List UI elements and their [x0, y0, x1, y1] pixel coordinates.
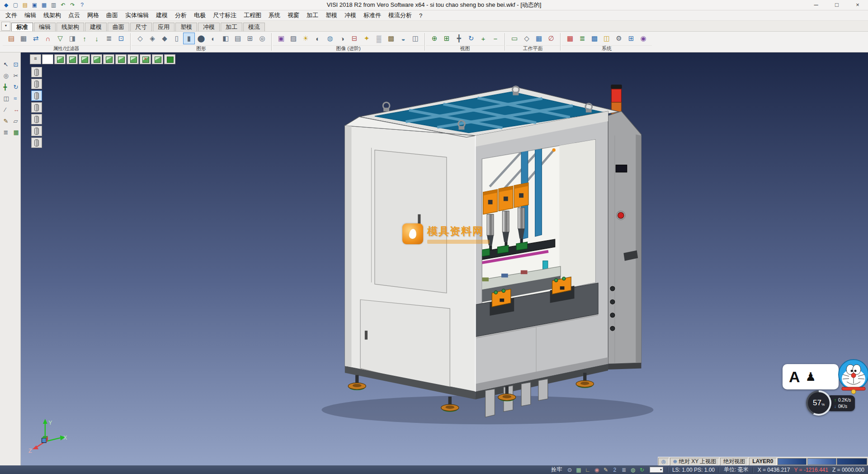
tab-die[interactable]: 冲模: [198, 23, 220, 31]
menu-electrode[interactable]: 电极: [190, 10, 209, 20]
face-select-button[interactable]: [31, 79, 42, 89]
axonometric-view-button[interactable]: [140, 54, 151, 64]
color-swatch-1[interactable]: [778, 458, 807, 465]
selection-filter-icon[interactable]: ⊡: [115, 33, 127, 44]
solid-select-button[interactable]: [31, 90, 42, 101]
shaded-icon[interactable]: ◆: [159, 33, 170, 44]
solid-cylinder-icon[interactable]: ▯: [171, 33, 183, 44]
move-icon[interactable]: ╋: [1, 82, 10, 91]
zoom-search-icon[interactable]: ◎: [1, 71, 10, 80]
view-search-section[interactable]: ◎: [658, 458, 669, 465]
hidden-line-icon[interactable]: ◈: [146, 33, 158, 44]
grid-status-icon[interactable]: ▦: [575, 467, 582, 473]
tab-wireframe[interactable]: 线架构: [57, 23, 84, 31]
menu-analysis[interactable]: 分析: [171, 10, 190, 20]
menu-die[interactable]: 冲模: [341, 10, 360, 20]
tab-dimension[interactable]: 尺寸: [130, 23, 152, 31]
menu-system[interactable]: 系统: [265, 10, 284, 20]
layer-dropdown[interactable]: ▾: [650, 467, 663, 473]
workplane-standard-icon[interactable]: ▭: [509, 33, 520, 44]
mesh-view-icon[interactable]: ▤: [232, 33, 244, 44]
refresh-status-icon[interactable]: ↻: [638, 467, 646, 473]
menu-pointcloud[interactable]: 点云: [65, 10, 84, 20]
edit-status-icon[interactable]: ✎: [602, 467, 609, 473]
select-icon[interactable]: ↖: [1, 60, 10, 69]
menu-mesh[interactable]: 网格: [84, 10, 103, 20]
sparkle-icon[interactable]: ✦: [361, 33, 373, 44]
menu-drafting[interactable]: 工程图: [240, 10, 265, 20]
layer-list-icon[interactable]: ≣: [103, 33, 115, 44]
pan-icon[interactable]: ╋: [453, 33, 465, 44]
workplane-view-icon[interactable]: ▦: [533, 33, 545, 44]
menu-help[interactable]: ?: [415, 11, 426, 20]
menu-machining[interactable]: 加工: [303, 10, 322, 20]
system-screen-icon[interactable]: ◫: [601, 33, 613, 44]
printer-icon[interactable]: ▦: [18, 33, 29, 44]
trim-icon[interactable]: ∕: [1, 105, 10, 114]
transparency-icon[interactable]: ◍: [324, 33, 336, 44]
minimize-button[interactable]: ─: [806, 0, 826, 10]
close-button[interactable]: ×: [847, 0, 868, 10]
section-view-icon[interactable]: ◧: [220, 33, 231, 44]
save-all-icon[interactable]: ▦: [40, 1, 48, 9]
iso-view-button[interactable]: [54, 54, 66, 64]
zoom-fit-icon[interactable]: ⊕: [429, 33, 440, 44]
feature-select-button[interactable]: [31, 126, 42, 136]
sticker-card[interactable]: A ♟: [783, 364, 839, 389]
layers-status-icon[interactable]: ≣: [620, 467, 627, 473]
bottom-view-button[interactable]: [127, 54, 139, 64]
filter-down-icon[interactable]: ↓: [91, 33, 103, 44]
background-icon[interactable]: ▒: [373, 33, 385, 44]
menu-modeling[interactable]: 建模: [152, 10, 171, 20]
tab-modeling[interactable]: 建模: [85, 23, 107, 31]
color-strip[interactable]: [837, 458, 867, 465]
front-view-button[interactable]: [79, 54, 90, 64]
tab-mold[interactable]: 塑模: [175, 23, 197, 31]
half-shade-icon[interactable]: ◐: [208, 33, 219, 44]
material-icon[interactable]: ▩: [385, 33, 397, 44]
lock-status-icon[interactable]: ◉: [593, 467, 600, 473]
view-blank-button[interactable]: [42, 54, 53, 64]
tab-flow[interactable]: 模流: [243, 23, 265, 31]
snapshot-icon[interactable]: ◫: [410, 33, 421, 44]
menu-flow-analysis[interactable]: 模流分析: [385, 10, 415, 20]
tab-standard[interactable]: 标准: [11, 23, 33, 31]
left-view-button[interactable]: [103, 54, 114, 64]
workplane-3pt-icon[interactable]: ◇: [521, 33, 533, 44]
mirror-icon[interactable]: ◫: [1, 94, 10, 103]
menu-surface[interactable]: 曲面: [103, 10, 122, 20]
current-view-section[interactable]: ⊕ 绝对 XY 上视图: [670, 458, 720, 465]
count-status-icon[interactable]: 2: [611, 467, 618, 473]
cut-icon[interactable]: ✂: [11, 71, 20, 80]
menu-window[interactable]: 视窗: [284, 10, 303, 20]
view-menu-button[interactable]: [30, 54, 41, 64]
open-file-icon[interactable]: ▤: [21, 1, 29, 9]
zoom-window-icon[interactable]: ⊞: [441, 33, 453, 44]
zoom-in-icon[interactable]: +: [477, 33, 489, 44]
layers-panel-icon[interactable]: ≣: [1, 128, 10, 137]
maximize-button[interactable]: □: [826, 0, 847, 10]
menu-solid-edit[interactable]: 实体编辑: [122, 10, 152, 20]
workplane-off-icon[interactable]: ∅: [545, 33, 557, 44]
tab-dropdown-button[interactable]: ▼: [1, 22, 10, 31]
print-icon[interactable]: ▥: [49, 1, 58, 9]
menu-wireframe[interactable]: 线架构: [40, 10, 65, 20]
pin-label[interactable]: 拴牢: [551, 466, 562, 474]
menu-dimension[interactable]: 尺寸标注: [209, 10, 240, 20]
save-icon[interactable]: ▣: [30, 1, 39, 9]
magnet-snap-icon[interactable]: ∩: [42, 33, 54, 44]
net-speed-widget[interactable]: 57% ↑0.2K/s ↓0K/s: [806, 390, 855, 416]
grid-toggle-icon[interactable]: ▦: [11, 128, 20, 137]
system-settings-icon[interactable]: ⚙: [613, 33, 625, 44]
system-layers-icon[interactable]: ≣: [576, 33, 588, 44]
menu-standard-parts[interactable]: 标准件: [360, 10, 385, 20]
tab-application[interactable]: 应用: [153, 23, 175, 31]
layer-section[interactable]: LAYER0: [749, 458, 776, 465]
solid-box-icon[interactable]: ▮: [183, 33, 195, 44]
rotate-view-icon[interactable]: ↻: [465, 33, 477, 44]
system-info-icon[interactable]: ◉: [637, 33, 649, 44]
help-icon[interactable]: ?: [78, 1, 86, 9]
entity-select-button[interactable]: [31, 67, 42, 77]
target-view-icon[interactable]: ◎: [256, 33, 268, 44]
zoom-out-icon[interactable]: −: [490, 33, 501, 44]
